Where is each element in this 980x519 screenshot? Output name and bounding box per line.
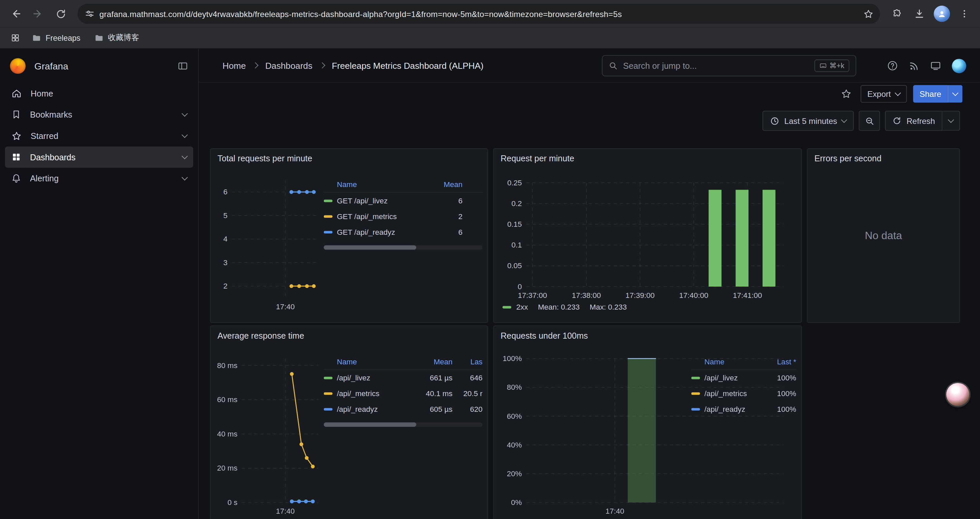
forward-icon[interactable] <box>27 3 49 24</box>
search-placeholder: Search or jump to... <box>623 61 809 70</box>
folder-icon <box>32 33 41 42</box>
legend-scrollbar[interactable] <box>324 423 483 427</box>
legend-table: Name Last * /api/_livez 100% /api/_metri… <box>691 354 796 417</box>
extensions-icon[interactable] <box>886 3 908 24</box>
svg-text:0: 0 <box>518 283 522 291</box>
export-button[interactable]: Export <box>861 85 907 102</box>
svg-text:0 s: 0 s <box>228 498 237 507</box>
legend-row[interactable]: /api/_livez 100% <box>691 370 796 385</box>
svg-text:60%: 60% <box>507 412 522 420</box>
share-button[interactable]: Share <box>913 85 947 102</box>
svg-text:17:37:00: 17:37:00 <box>518 291 547 300</box>
dashboard-toolbar: Export Share <box>199 83 980 105</box>
favorite-star-icon[interactable] <box>841 88 852 99</box>
legend-row[interactable]: /api/_livez 661 µs 646 <box>324 370 483 385</box>
site-settings-icon[interactable] <box>85 9 94 18</box>
search-input[interactable]: Search or jump to... ⌘+k <box>602 55 856 77</box>
panel-average-response-time: Average response time 0 s20 ms40 ms60 ms… <box>210 325 488 519</box>
help-icon[interactable] <box>887 60 898 72</box>
refresh-button[interactable]: Refresh <box>885 111 943 131</box>
breadcrumb-separator-icon <box>319 62 325 69</box>
sidebar-item-bookmarks[interactable]: Bookmarks <box>5 104 193 125</box>
folder-icon <box>94 33 103 42</box>
svg-text:0.05: 0.05 <box>508 262 522 270</box>
legend-max: Max: 0.233 <box>590 303 627 311</box>
legend-col-name[interactable]: Name <box>324 180 428 189</box>
legend-row[interactable]: /api/_metrics 40.1 ms 20.5 r <box>324 385 483 401</box>
url-bar[interactable]: grafana.mathmast.com/d/deytv4rwavabkb/fr… <box>77 4 880 24</box>
legend-col-mean[interactable]: Mean <box>428 180 463 189</box>
svg-text:0.2: 0.2 <box>511 200 522 208</box>
sidebar: Grafana Home Bookmarks <box>0 49 199 519</box>
svg-text:3: 3 <box>223 259 228 267</box>
panel-title[interactable]: Request per minute <box>501 154 574 163</box>
time-range-picker[interactable]: Last 5 minutes <box>762 111 854 131</box>
panel-title[interactable]: Requests under 100ms <box>501 331 588 340</box>
scrollbar-thumb[interactable] <box>324 245 416 249</box>
chevron-down-icon[interactable] <box>181 174 188 180</box>
sidebar-item-starred[interactable]: Starred <box>5 125 193 147</box>
user-avatar[interactable] <box>952 58 966 73</box>
chevron-down-icon[interactable] <box>181 110 188 117</box>
sidebar-collapse-icon[interactable] <box>177 61 188 71</box>
share-menu-button[interactable] <box>948 85 963 102</box>
screen: grafana.mathmast.com/d/deytv4rwavabkb/fr… <box>0 0 980 519</box>
menu-kebab-icon[interactable] <box>954 3 975 24</box>
apps-grid-icon[interactable] <box>6 29 24 46</box>
request-per-minute-chart[interactable]: 00.050.10.150.20.2517:37:0017:38:0017:39… <box>499 166 788 302</box>
legend-row[interactable]: GET /api/_metrics 2 <box>324 208 483 224</box>
scrollbar-thumb[interactable] <box>324 423 416 427</box>
floating-assistant-avatar[interactable] <box>946 383 969 406</box>
legend-scrollbar[interactable] <box>324 245 483 249</box>
url-text[interactable]: grafana.mathmast.com/d/deytv4rwavabkb/fr… <box>99 9 858 18</box>
grafana-logo[interactable] <box>10 58 26 73</box>
legend-row[interactable]: /api/_metrics 100% <box>691 385 796 401</box>
downloads-icon[interactable] <box>908 3 930 24</box>
legend-col-name[interactable]: Name <box>324 357 418 366</box>
refresh-interval-button[interactable] <box>943 111 960 131</box>
main-area: Home Dashboards Freeleaps Metrics Dashbo… <box>199 49 980 519</box>
sidebar-item-dashboards[interactable]: Dashboards <box>5 146 193 168</box>
news-rss-icon[interactable] <box>908 61 919 71</box>
panel-requests-under-100ms: Requests under 100ms 0%20%40%60%80%100%1… <box>493 325 802 519</box>
breadcrumb-dashboards[interactable]: Dashboards <box>265 61 312 70</box>
reload-icon[interactable] <box>50 3 72 24</box>
breadcrumb-current: Freeleaps Metrics Dashboard (ALPHA) <box>332 61 484 70</box>
legend-row[interactable]: GET /api/_readyz 6 <box>324 224 483 240</box>
svg-text:17:38:00: 17:38:00 <box>572 291 601 300</box>
svg-text:40 ms: 40 ms <box>217 430 237 438</box>
svg-text:20 ms: 20 ms <box>217 464 237 472</box>
legend-row[interactable]: /api/_readyz 605 µs 620 <box>324 401 483 417</box>
chevron-down-icon[interactable] <box>181 132 188 138</box>
legend-inline[interactable]: 2xx Mean: 0.233 Max: 0.233 <box>502 303 627 311</box>
refresh-split-button: Refresh <box>885 111 960 131</box>
legend-col-last[interactable]: Las <box>453 357 483 366</box>
panel-title[interactable]: Total requests per minute <box>218 154 312 163</box>
series-swatch <box>691 408 700 410</box>
profile-avatar[interactable] <box>931 3 953 24</box>
breadcrumb-home[interactable]: Home <box>223 61 246 70</box>
back-icon[interactable] <box>5 3 26 24</box>
total-requests-chart[interactable]: 2345617:40 <box>215 168 323 316</box>
svg-text:5: 5 <box>223 211 228 220</box>
legend-row[interactable]: /api/_readyz 100% <box>691 401 796 417</box>
legend-row[interactable]: GET /api/_livez 6 <box>324 193 483 208</box>
panel-title[interactable]: Average response time <box>218 331 304 340</box>
tv-kiosk-icon[interactable] <box>930 60 941 72</box>
chevron-down-icon <box>895 89 901 96</box>
bookmark-item-freeleaps[interactable]: Freeleaps <box>26 31 86 45</box>
legend-table: Name Mean Las /api/_livez 661 µs 646 /ap… <box>324 354 483 427</box>
legend-col-mean[interactable]: Mean <box>418 357 453 366</box>
chevron-down-icon[interactable] <box>181 153 188 159</box>
bookmark-item-blogs[interactable]: 收藏博客 <box>88 30 145 46</box>
sidebar-item-alerting[interactable]: Alerting <box>5 168 193 189</box>
sidebar-item-home[interactable]: Home <box>5 83 193 104</box>
brand-name: Grafana <box>34 61 169 71</box>
legend-col-last[interactable]: Last * <box>766 357 796 366</box>
series-swatch <box>324 408 332 410</box>
svg-text:20%: 20% <box>507 469 522 478</box>
zoom-out-time-button[interactable] <box>859 111 880 131</box>
average-response-time-chart[interactable]: 0 s20 ms40 ms60 ms80 ms17:40 <box>215 347 323 519</box>
bookmark-star-icon[interactable] <box>863 8 874 19</box>
legend-col-name[interactable]: Name <box>691 357 766 366</box>
